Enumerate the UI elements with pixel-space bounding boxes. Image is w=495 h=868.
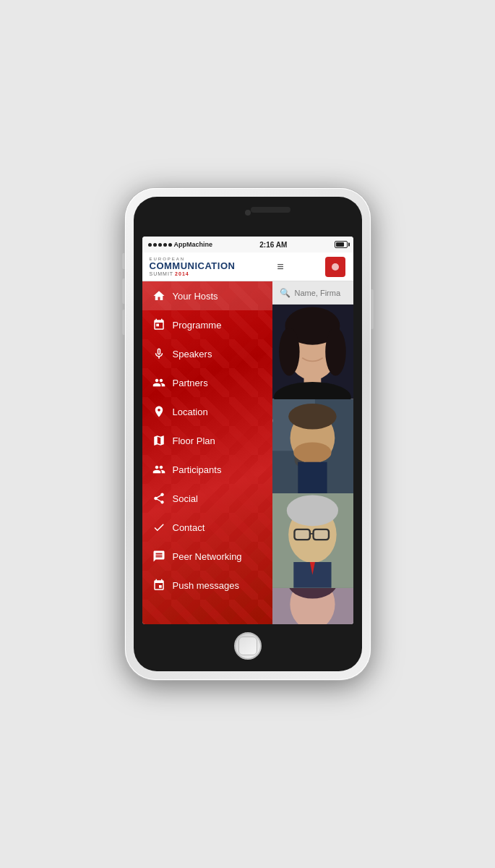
calendar-icon — [151, 317, 167, 333]
mic-icon — [151, 346, 167, 362]
volume-up-button — [122, 278, 125, 304]
participants-icon — [151, 461, 167, 477]
svg-rect-20 — [294, 529, 309, 540]
mute-button — [122, 253, 125, 269]
right-panel: 🔍 — [272, 281, 353, 624]
logo-year: 2014 — [175, 271, 189, 276]
sidebar-item-location[interactable]: Location — [142, 397, 272, 426]
sidebar-item-contact[interactable]: Contact — [142, 513, 272, 542]
programme-label: Programme — [173, 320, 222, 331]
logo-communication: COMMUNICATION — [150, 261, 236, 271]
battery-icon — [335, 241, 348, 248]
contact-label: Contact — [173, 522, 205, 533]
svg-rect-16 — [298, 461, 327, 493]
sidebar-item-speakers[interactable]: Speakers — [142, 339, 272, 368]
hosts-photos-list: ep — [272, 305, 353, 624]
host-4-svg — [272, 588, 353, 624]
app-logo: EUROPEAN COMMUNICATION SUMMIT 2014 — [150, 257, 236, 276]
location-label: Location — [173, 407, 208, 417]
logo-summit: SUMMIT — [150, 271, 174, 276]
sidebar-item-your-hosts[interactable]: Your Hosts — [142, 281, 272, 310]
sidebar-item-social[interactable]: Social — [142, 484, 272, 513]
sidebar-item-programme[interactable]: Programme — [142, 310, 272, 339]
svg-point-14 — [293, 442, 331, 463]
social-label: Social — [173, 493, 198, 504]
sidebar-item-push-messages[interactable]: Push messages — [142, 571, 272, 600]
battery-fill — [336, 242, 344, 247]
search-input[interactable] — [295, 289, 353, 297]
power-button — [371, 289, 374, 329]
peer-networking-icon — [151, 548, 167, 564]
contact-check-icon — [151, 519, 167, 535]
location-pin-icon — [151, 404, 167, 420]
sidebar-item-peer-networking[interactable]: Peer Networking — [142, 542, 272, 571]
svg-rect-21 — [313, 529, 328, 540]
floor-plan-label: Floor Plan — [173, 435, 215, 446]
phone-frame: AppMachine 2:16 AM EUROPEAN COMMUNICATIO… — [125, 188, 371, 680]
people-icon — [151, 375, 167, 391]
signal-indicator — [148, 243, 172, 247]
status-bar: AppMachine 2:16 AM — [142, 237, 353, 252]
search-bar: 🔍 — [272, 281, 353, 305]
house-icon — [151, 288, 167, 304]
social-icon — [151, 490, 167, 506]
sidebar-item-partners[interactable]: Partners — [142, 368, 272, 397]
host-photo-4[interactable] — [272, 588, 353, 624]
action-icon — [330, 262, 340, 272]
search-icon: 🔍 — [280, 288, 290, 298]
home-button[interactable] — [234, 632, 262, 660]
app-header: EUROPEAN COMMUNICATION SUMMIT 2014 ≡ — [142, 252, 353, 281]
partners-label: Partners — [173, 378, 208, 388]
time-label: 2:16 AM — [259, 241, 287, 249]
content-area: Your Hosts Programme Speak — [142, 281, 353, 624]
battery-indicator — [335, 241, 348, 248]
push-messages-label: Push messages — [173, 580, 240, 591]
host-2-svg: ep — [272, 399, 353, 494]
your-hosts-label: Your Hosts — [173, 291, 218, 302]
svg-point-4 — [279, 328, 300, 376]
push-messages-icon — [151, 577, 167, 593]
screen: AppMachine 2:16 AM EUROPEAN COMMUNICATIO… — [142, 237, 353, 624]
host-photo-3[interactable] — [272, 493, 353, 588]
svg-point-0 — [332, 263, 339, 271]
front-speaker — [251, 207, 290, 213]
host-photo-1[interactable] — [272, 305, 353, 399]
speakers-label: Speakers — [173, 349, 212, 359]
home-button-inner — [238, 637, 257, 655]
svg-text:ep: ep — [272, 409, 273, 428]
front-camera — [245, 210, 251, 216]
svg-point-5 — [325, 328, 346, 376]
host-photo-2[interactable]: ep — [272, 399, 353, 494]
participants-label: Participants — [173, 464, 222, 475]
phone-body: AppMachine 2:16 AM EUROPEAN COMMUNICATIO… — [134, 197, 362, 671]
hamburger-menu-button[interactable]: ≡ — [277, 260, 283, 273]
peer-networking-label: Peer Networking — [173, 551, 242, 562]
map-icon — [151, 433, 167, 448]
svg-point-19 — [286, 495, 337, 527]
host-3-svg — [272, 493, 353, 588]
svg-point-15 — [288, 404, 337, 430]
sidebar-item-participants[interactable]: Participants — [142, 455, 272, 484]
sidebar: Your Hosts Programme Speak — [142, 281, 272, 624]
carrier-label: AppMachine — [174, 241, 213, 248]
host-1-svg — [272, 305, 353, 399]
action-button[interactable] — [325, 257, 345, 277]
sidebar-item-floor-plan[interactable]: Floor Plan — [142, 426, 272, 455]
volume-down-button — [122, 310, 125, 335]
